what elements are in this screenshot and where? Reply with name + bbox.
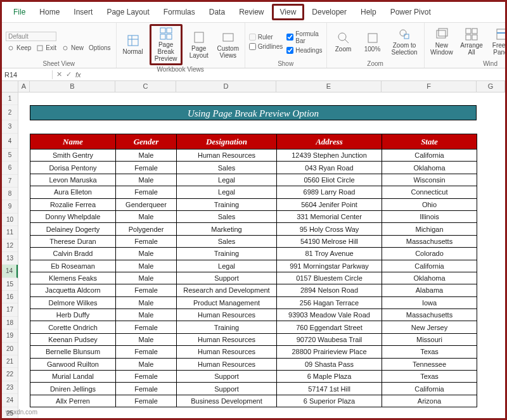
table-cell[interactable]: Female xyxy=(116,235,177,247)
table-cell[interactable]: Keenan Pudsey xyxy=(30,333,116,345)
table-cell[interactable]: Arizona xyxy=(382,395,477,407)
headings-checkbox[interactable]: Headings xyxy=(286,47,322,54)
row-header-8[interactable]: 8 xyxy=(2,188,18,200)
table-cell[interactable]: Human Resources xyxy=(177,309,277,321)
table-cell[interactable]: Herb Duffy xyxy=(30,309,116,321)
table-cell[interactable]: New Jersey xyxy=(382,321,477,333)
row-header-15[interactable]: 15 xyxy=(2,278,18,291)
table-cell[interactable]: Dniren Jellings xyxy=(30,383,116,395)
table-cell[interactable]: 0157 Bluestem Circle xyxy=(277,272,382,284)
table-cell[interactable]: Male xyxy=(116,358,177,370)
row-header-6[interactable]: 6 xyxy=(2,162,18,174)
table-cell[interactable]: Donny Whelpdale xyxy=(30,210,116,222)
tab-help[interactable]: Help xyxy=(354,6,383,18)
row-header-18[interactable]: 18 xyxy=(2,317,18,329)
table-cell[interactable]: California xyxy=(382,260,477,272)
table-cell[interactable]: Corette Ondrich xyxy=(30,321,116,333)
table-cell[interactable]: Dorisa Pentony xyxy=(30,162,116,174)
table-cell[interactable]: 5604 Jenifer Point xyxy=(277,198,382,210)
new-window-button[interactable]: New Window xyxy=(428,27,455,57)
table-cell[interactable]: Male xyxy=(116,309,177,321)
row-header-4[interactable]: 4 xyxy=(2,134,18,149)
table-cell[interactable]: 6989 Larry Road xyxy=(277,186,382,198)
table-cell[interactable]: 331 Memorial Center xyxy=(277,210,382,222)
tab-page-layout[interactable]: Page Layout xyxy=(100,6,155,18)
table-cell[interactable]: Sales xyxy=(177,235,277,247)
table-cell[interactable]: 09 Shasta Pass xyxy=(277,358,382,370)
table-cell[interactable]: Male xyxy=(116,210,177,222)
col-header-e[interactable]: E xyxy=(276,81,382,92)
table-cell[interactable]: Training xyxy=(177,198,277,210)
table-cell[interactable]: Delainey Dogerty xyxy=(30,223,116,235)
table-cell[interactable]: Male xyxy=(116,260,177,272)
table-cell[interactable]: Texas xyxy=(382,346,477,358)
keep-button[interactable]: Keep xyxy=(6,44,32,53)
table-cell[interactable]: Support xyxy=(177,383,277,395)
table-cell[interactable]: Genderqueer xyxy=(116,198,177,210)
table-cell[interactable]: 6 Maple Plaza xyxy=(277,371,382,383)
table-cell[interactable]: Training xyxy=(177,248,277,260)
table-cell[interactable]: Marketing xyxy=(177,223,277,235)
table-cell[interactable]: Oklahoma xyxy=(382,162,477,174)
table-cell[interactable]: Male xyxy=(116,333,177,345)
table-cell[interactable]: Legal xyxy=(177,174,277,186)
row-header-20[interactable]: 20 xyxy=(2,343,18,355)
gridlines-checkbox[interactable]: Gridlines xyxy=(249,43,283,50)
col-header-b[interactable]: B xyxy=(30,81,115,92)
row-header-14[interactable]: 14 xyxy=(2,265,18,277)
table-cell[interactable]: Research and Development xyxy=(177,284,277,296)
cells-area[interactable]: Using Page Break Preview Option NameGend… xyxy=(18,92,505,420)
table-cell[interactable]: Klemens Feaks xyxy=(30,272,116,284)
table-cell[interactable]: Male xyxy=(116,150,177,162)
table-cell[interactable]: Colorado xyxy=(382,248,477,260)
table-cell[interactable]: Business Development xyxy=(177,395,277,407)
table-cell[interactable]: Missouri xyxy=(382,333,477,345)
row-header-7[interactable]: 7 xyxy=(2,175,18,188)
table-cell[interactable]: Alabama xyxy=(382,284,477,296)
table-cell[interactable]: Female xyxy=(116,186,177,198)
tab-home[interactable]: Home xyxy=(33,6,66,18)
table-cell[interactable]: 043 Ryan Road xyxy=(277,162,382,174)
formula-bar-checkbox[interactable]: Formula Bar xyxy=(286,30,322,44)
table-cell[interactable]: Iowa xyxy=(382,296,477,309)
normal-view-button[interactable]: Normal xyxy=(120,33,146,56)
table-cell[interactable]: Female xyxy=(116,383,177,395)
table-cell[interactable]: 760 Eggendart Street xyxy=(277,321,382,333)
table-cell[interactable]: 28800 Prairieview Place xyxy=(277,346,382,358)
table-cell[interactable]: 95 Holy Cross Way xyxy=(277,223,382,235)
table-cell[interactable]: Training xyxy=(177,321,277,333)
cancel-formula-icon[interactable]: ✕ xyxy=(56,70,62,79)
zoom-button[interactable]: Zoom xyxy=(331,30,356,54)
table-cell[interactable]: 0560 Eliot Circle xyxy=(277,174,382,186)
table-cell[interactable]: Female xyxy=(116,284,177,296)
row-header-19[interactable]: 19 xyxy=(2,329,18,342)
table-cell[interactable]: Product Management xyxy=(177,296,277,309)
tab-developer[interactable]: Developer xyxy=(305,6,353,18)
table-cell[interactable]: Connecticut xyxy=(382,186,477,198)
table-cell[interactable]: Massachusetts xyxy=(382,309,477,321)
tab-data[interactable]: Data xyxy=(203,6,231,18)
table-cell[interactable]: California xyxy=(382,150,477,162)
enter-formula-icon[interactable]: ✓ xyxy=(66,70,72,79)
tab-insert[interactable]: Insert xyxy=(67,6,99,18)
table-cell[interactable]: 93903 Meadow Vale Road xyxy=(277,309,382,321)
table-cell[interactable]: Male xyxy=(116,174,177,186)
row-header-2[interactable]: 2 xyxy=(2,105,18,120)
row-header-23[interactable]: 23 xyxy=(2,381,18,394)
table-cell[interactable]: Female xyxy=(116,321,177,333)
row-header-5[interactable]: 5 xyxy=(2,149,18,162)
table-cell[interactable]: Male xyxy=(116,296,177,309)
table-cell[interactable]: Allx Perren xyxy=(30,395,116,407)
tab-file[interactable]: File xyxy=(7,6,32,18)
table-cell[interactable]: Aura Elleton xyxy=(30,186,116,198)
table-cell[interactable]: Bernelle Blunsum xyxy=(30,346,116,358)
table-cell[interactable]: 2894 Nelson Road xyxy=(277,284,382,296)
page-layout-button[interactable]: Page Layout xyxy=(186,30,212,60)
table-cell[interactable]: Tennessee xyxy=(382,358,477,370)
ruler-checkbox[interactable]: Ruler xyxy=(249,34,283,41)
zoom-100-button[interactable]: 100% xyxy=(360,30,385,54)
col-header-g[interactable]: G xyxy=(477,81,505,92)
table-cell[interactable]: Polygender xyxy=(116,223,177,235)
table-cell[interactable]: Female xyxy=(116,162,177,174)
name-box[interactable]: R14 xyxy=(2,70,53,79)
